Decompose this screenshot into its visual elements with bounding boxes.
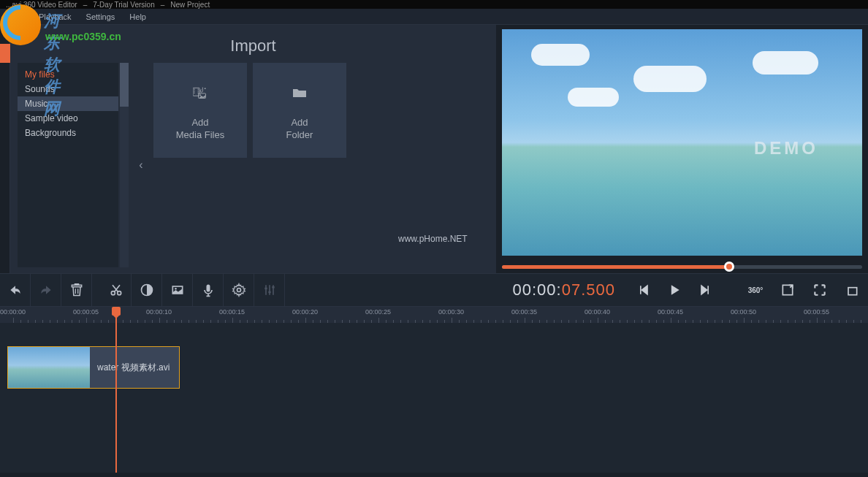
menu-bar: Edit Playback Settings Help: [0, 9, 868, 25]
svg-rect-3: [194, 93, 194, 94]
svg-rect-5: [198, 91, 199, 91]
svg-point-7: [205, 88, 206, 89]
360-button[interactable]: 360°: [739, 274, 772, 306]
add-folder-label: Add Folder: [286, 117, 313, 142]
menu-help[interactable]: Help: [122, 12, 153, 21]
ruler-label: 00:00:35: [511, 308, 537, 316]
category-scrollbar[interactable]: [120, 63, 129, 267]
undo-button[interactable]: [0, 274, 31, 306]
svg-point-9: [200, 95, 202, 96]
svg-rect-26: [272, 286, 274, 289]
svg-rect-4: [198, 89, 199, 90]
media-files-icon: [183, 79, 217, 107]
next-button[interactable]: [690, 274, 720, 306]
category-sounds[interactable]: Sounds: [18, 82, 118, 96]
category-music[interactable]: Music: [18, 96, 118, 111]
left-toolbar: [0, 25, 10, 273]
time-frac: 07.500: [562, 281, 615, 299]
collapse-handle[interactable]: ‹: [136, 63, 146, 267]
timeline[interactable]: water 视频素材.avi: [0, 323, 868, 473]
ruler-label: 00:00:25: [365, 308, 391, 316]
add-media-files-tile[interactable]: Add Media Files: [153, 63, 247, 158]
play-button[interactable]: [659, 274, 690, 306]
center-watermark: www.pHome.NET: [398, 234, 468, 244]
category-backgrounds[interactable]: Backgrounds: [18, 126, 118, 140]
svg-point-20: [237, 289, 240, 292]
right-tools: 360°: [725, 274, 868, 306]
clip-name: water 视频素材.avi: [90, 347, 179, 388]
preview-video[interactable]: DEMO: [502, 29, 862, 256]
fullscreen-button[interactable]: [804, 274, 836, 306]
color-adjust-button[interactable]: [132, 274, 162, 306]
svg-rect-24: [264, 288, 267, 290]
ruler-label: 00:00:10: [146, 308, 172, 316]
category-sample-video[interactable]: Sample video: [18, 111, 118, 126]
ruler-label: 00:00:40: [585, 308, 610, 316]
preview-panel: DEMO: [496, 25, 868, 273]
demo-watermark: DEMO: [754, 138, 818, 159]
svg-rect-2: [194, 91, 194, 91]
svg-rect-25: [268, 291, 270, 294]
svg-point-18: [175, 288, 177, 290]
prev-button[interactable]: [628, 274, 659, 306]
project-name: New Project: [170, 1, 210, 9]
clip-thumbnail: [8, 347, 90, 388]
chevron-left-icon: ‹: [139, 159, 142, 172]
ruler-label: 00:00:15: [219, 308, 245, 316]
watermark-logo: 河东软件网 www.pc0359.cn: [0, 4, 41, 48]
crop-button[interactable]: [162, 274, 193, 306]
title-bar: ...avi 360 Video Editor – 7-Day Trial Ve…: [0, 0, 868, 9]
logo-icon: [0, 4, 41, 45]
settings-button[interactable]: [224, 274, 254, 306]
watermark-site-name: 河东软件网: [44, 10, 60, 120]
ruler-label: 00:00:30: [438, 308, 464, 316]
ruler-label: 00:00:50: [731, 308, 756, 316]
ruler-label: 00:00:20: [292, 308, 318, 316]
video-clip[interactable]: water 视频素材.avi: [7, 346, 180, 389]
play-controls: [624, 274, 725, 306]
add-media-files-label: Add Media Files: [176, 117, 224, 142]
ruler-label: 00:00:55: [804, 308, 829, 316]
detach-button[interactable]: [836, 274, 868, 306]
menu-settings[interactable]: Settings: [79, 12, 123, 21]
trial-label: 7-Day Trial Version: [93, 1, 154, 9]
folder-icon: [283, 79, 316, 107]
record-audio-button[interactable]: [193, 274, 224, 306]
timeline-ruler[interactable]: 00:00:0000:00:0500:00:1000:00:1500:00:20…: [0, 307, 868, 323]
progress-bar[interactable]: [502, 265, 862, 269]
ruler-label: 00:00:00: [0, 308, 26, 316]
toolbar: 00:00:07.500 360°: [0, 273, 868, 307]
ruler-label: 00:00:05: [73, 308, 99, 316]
equalizer-button[interactable]: [254, 274, 285, 306]
svg-rect-19: [206, 285, 210, 292]
category-list: My files Sounds Music Sample video Backg…: [18, 63, 118, 267]
watermark-site-url: www.pc0359.cn: [45, 31, 121, 42]
svg-rect-28: [848, 288, 857, 295]
delete-button[interactable]: [61, 274, 92, 306]
ruler-label: 00:00:45: [658, 308, 683, 316]
svg-rect-1: [194, 89, 194, 90]
playhead[interactable]: [115, 307, 117, 473]
progress-thumb[interactable]: [724, 262, 734, 272]
time-hms: 00:00:: [513, 281, 562, 299]
time-display: 00:00:07.500: [504, 281, 624, 299]
category-my-files[interactable]: My files: [18, 67, 118, 82]
expand-button[interactable]: [772, 274, 804, 306]
redo-button[interactable]: [31, 274, 61, 306]
add-folder-tile[interactable]: Add Folder: [253, 63, 346, 158]
cut-button[interactable]: [101, 274, 132, 306]
